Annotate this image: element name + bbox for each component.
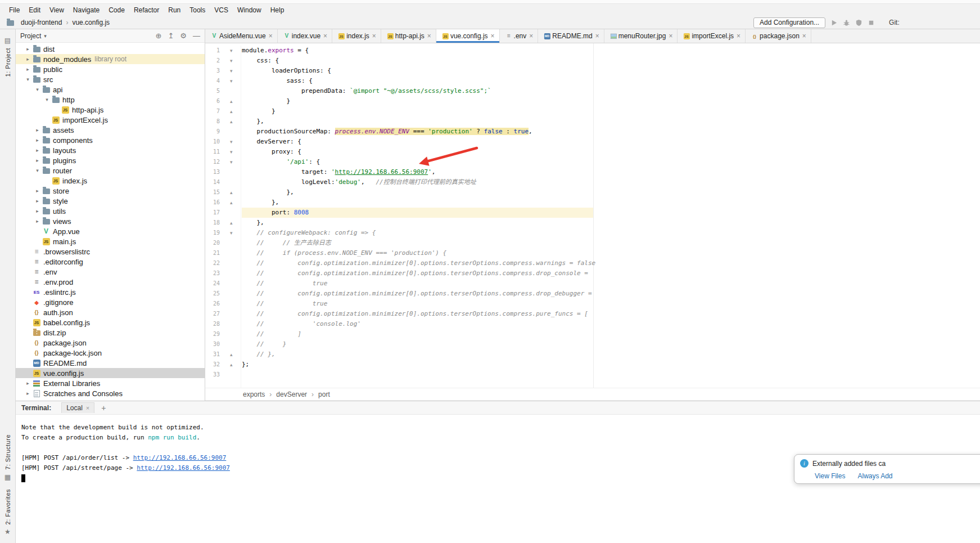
tree-item-views[interactable]: ▸views [16, 216, 205, 226]
close-icon[interactable] [802, 32, 806, 40]
tree-item-scratches-and-consoles[interactable]: ▸Scratches and Consoles [16, 388, 205, 398]
tree-item-gitignore[interactable]: .gitignore [16, 297, 205, 307]
tree-chevron-icon[interactable]: ▸ [24, 391, 32, 396]
code-line[interactable]: } [242, 106, 980, 116]
close-icon[interactable] [491, 32, 495, 40]
tree-chevron-icon[interactable]: ▾ [33, 168, 42, 173]
tree-item-assets[interactable]: ▸assets [16, 125, 205, 135]
code-line[interactable]: // // 生产去除日志 [242, 238, 980, 248]
code-line[interactable]: }, [242, 218, 980, 228]
tree-item-api[interactable]: ▾api [16, 84, 205, 95]
tree-item-app-vue[interactable]: App.vue [16, 226, 205, 236]
code-line[interactable] [242, 370, 980, 380]
tree-item-http-api-js[interactable]: http-api.js [16, 105, 205, 115]
tool-window-button-7-structure[interactable]: 7: Structure▦ [4, 430, 11, 485]
tree-item-public[interactable]: ▸public [16, 64, 205, 74]
notification-link-view-files[interactable]: View Files [815, 472, 845, 480]
hide-panel-icon[interactable]: — [193, 32, 200, 40]
tree-chevron-icon[interactable]: ▸ [33, 147, 42, 153]
tree-item-external-libraries[interactable]: ▸External Libraries [16, 378, 205, 388]
tree-item-babel-config-js[interactable]: babel.config.js [16, 317, 205, 327]
editor-tab-asidemenu-vue[interactable]: AsideMenu.vue [205, 29, 278, 43]
editor-tab-env[interactable]: .env [500, 29, 539, 43]
fold-icon[interactable]: ▾ [230, 147, 233, 157]
code-line[interactable]: sass: { [242, 76, 980, 86]
menu-item-view[interactable]: View [45, 5, 69, 15]
editor-tab-index-js[interactable]: index.js [332, 29, 381, 43]
tree-chevron-icon[interactable]: ▸ [33, 198, 42, 204]
terminal-url-link[interactable]: http://192.168.66.56:9007 [137, 464, 230, 472]
tree-item-utils[interactable]: ▸utils [16, 206, 205, 216]
code-line[interactable]: // true [242, 299, 980, 309]
terminal-url-link[interactable]: http://192.168.66.56:9007 [133, 454, 227, 461]
tree-item-node-modules[interactable]: ▸node_moduleslibrary root [16, 54, 205, 64]
code-line[interactable]: // true [242, 279, 980, 289]
close-icon[interactable] [86, 405, 89, 411]
code-line[interactable]: }, [242, 116, 980, 127]
stop-icon[interactable] [868, 19, 875, 26]
code-line[interactable]: // config.optimization.minimizer[0].opti… [242, 268, 980, 279]
tree-chevron-icon[interactable]: ▸ [33, 208, 42, 214]
code-line[interactable]: module.exports = { [242, 46, 980, 56]
code-line[interactable]: }, [242, 187, 980, 198]
fold-icon[interactable]: ▾ [230, 228, 233, 238]
tree-item-importexcel-js[interactable]: importExcel.js [16, 115, 205, 125]
code-line[interactable]: target: 'http://192.168.66.56:9007', [242, 167, 980, 177]
tree-chevron-icon[interactable]: ▸ [24, 380, 32, 386]
chevron-down-icon[interactable]: ▾ [44, 33, 47, 39]
fold-icon[interactable]: ▴ [230, 187, 233, 198]
code-line[interactable]: // configureWebpack: config => { [242, 228, 980, 238]
menu-item-refactor[interactable]: Refactor [129, 5, 164, 15]
editor-tab-package-json[interactable]: package.json [746, 29, 811, 43]
menu-item-window[interactable]: Window [233, 5, 266, 15]
tree-item-http[interactable]: ▾http [16, 95, 205, 105]
breadcrumb-item-vue-config-js[interactable]: vue.config.js [72, 19, 110, 26]
editor-tab-vue-config-js[interactable]: vue.config.js [436, 29, 500, 43]
tree-item-auth-json[interactable]: auth.json [16, 307, 205, 317]
tree-item-readme-md[interactable]: README.md [16, 358, 205, 368]
fold-icon[interactable]: ▴ [230, 198, 233, 208]
tree-item-store[interactable]: ▸store [16, 186, 205, 196]
tree-item-index-js[interactable]: index.js [16, 176, 205, 186]
editor-tab-importexcel-js[interactable]: importExcel.js [678, 29, 746, 43]
editor-breadcrumb-port[interactable]: port [317, 391, 331, 398]
tree-chevron-icon[interactable]: ▸ [33, 158, 42, 163]
menu-item-help[interactable]: Help [266, 5, 289, 15]
collapse-all-icon[interactable]: ↥ [168, 32, 174, 40]
editor-tab-index-vue[interactable]: index.vue [278, 29, 332, 43]
fold-icon[interactable]: ▴ [230, 349, 233, 360]
tree-chevron-icon[interactable]: ▾ [33, 87, 42, 92]
tree-chevron-icon[interactable]: ▸ [24, 56, 32, 62]
tree-chevron-icon[interactable]: ▸ [33, 127, 42, 133]
add-configuration-button[interactable]: Add Configuration... [753, 17, 825, 28]
close-icon[interactable] [529, 32, 533, 40]
tree-chevron-icon[interactable]: ▸ [33, 218, 42, 224]
tree-item-browserslistrc[interactable]: .browserslistrc [16, 246, 205, 257]
tree-item-components[interactable]: ▸components [16, 135, 205, 145]
coverage-icon[interactable] [855, 19, 862, 26]
editor-breadcrumb-exports[interactable]: exports [242, 391, 266, 398]
fold-icon[interactable]: ▾ [230, 56, 233, 66]
close-icon[interactable] [427, 32, 431, 40]
tree-item-src[interactable]: ▾src [16, 74, 205, 84]
code-line[interactable]: // config.optimization.minimizer[0].opti… [242, 289, 980, 299]
code-line[interactable]: // config.optimization.minimizer[0].opti… [242, 258, 980, 268]
fold-icon[interactable]: ▴ [230, 360, 233, 370]
fold-icon[interactable]: ▴ [230, 218, 233, 228]
terminal-tab-local[interactable]: Local [61, 402, 94, 413]
editor-breadcrumb-devserver[interactable]: devServer [275, 391, 308, 398]
menu-item-code[interactable]: Code [104, 5, 129, 15]
tree-item-package-lock-json[interactable]: package-lock.json [16, 348, 205, 358]
close-icon[interactable] [323, 32, 327, 40]
locate-file-icon[interactable]: ⊕ [156, 32, 162, 40]
fold-icon[interactable]: ▾ [230, 66, 233, 76]
code-line[interactable]: prependData: `@import "~@/assets/scss/st… [242, 86, 980, 96]
tool-window-button-1-project[interactable]: ▤1: Project [4, 33, 11, 80]
gear-icon[interactable]: ⚙ [180, 32, 187, 40]
tree-item-eslintrc-js[interactable]: .eslintrc.js [16, 287, 205, 297]
project-panel-title[interactable]: Project [20, 32, 41, 40]
code-line[interactable]: }, [242, 198, 980, 208]
close-icon[interactable] [595, 32, 599, 40]
close-icon[interactable] [737, 32, 740, 40]
tree-chevron-icon[interactable]: ▸ [33, 188, 42, 194]
